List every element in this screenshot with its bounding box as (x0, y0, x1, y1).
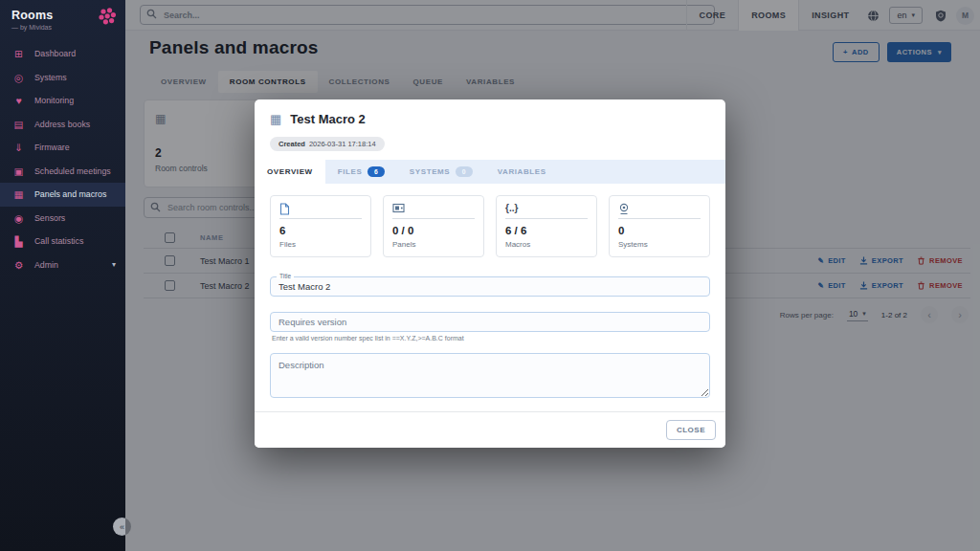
tab-label: VARIABLES (498, 167, 546, 176)
bar-chart-icon: ▙ (12, 236, 25, 247)
card-label: Macros (505, 240, 588, 249)
files-stat-card: 6 Files (270, 195, 371, 257)
dashboard-icon: ⊞ (12, 49, 25, 59)
sidebar-item-dashboard[interactable]: ⊞ Dashboard (0, 42, 125, 66)
close-button[interactable]: CLOSE (666, 420, 716, 440)
modal-tabs: OVERVIEW FILES 6 SYSTEMS 0 VARIABLES (255, 160, 725, 184)
title-field-group: Title (270, 276, 710, 297)
grid-icon: ▦ (270, 113, 281, 125)
card-value: 6 / 6 (505, 225, 588, 236)
sidebar-item-label: Sensors (34, 213, 65, 223)
modal-tab-variables[interactable]: VARIABLES (485, 160, 559, 184)
calendar-icon: ▣ (12, 166, 25, 177)
chevron-down-icon: ▾ (112, 260, 116, 269)
systems-count-badge: 0 (456, 166, 472, 177)
panels-stat-card: 0 / 0 Panels (383, 195, 484, 257)
sidebar-item-label: Panels and macros (34, 189, 106, 199)
mividas-logo-icon (97, 7, 118, 28)
modal-header: ▦ Test Macro 2 (255, 99, 725, 133)
card-label: Panels (392, 240, 475, 249)
download-monitor-icon: ⇓ (12, 143, 25, 153)
created-timestamp: 2026-03-31 17:18:14 (309, 140, 376, 148)
files-count-badge: 6 (368, 166, 384, 177)
sensor-icon: ◉ (12, 213, 25, 224)
requires-version-input[interactable] (270, 312, 710, 332)
created-label: Created (278, 140, 305, 148)
document-icon (279, 203, 362, 219)
modal-tab-overview[interactable]: OVERVIEW (255, 160, 325, 184)
sidebar-item-label: Scheduled meetings (34, 166, 111, 176)
gear-icon: ⚙ (12, 260, 25, 271)
sidebar-item-panels-and-macros[interactable]: ▦ Panels and macros (0, 183, 125, 207)
grid-icon: ▦ (12, 189, 25, 200)
modal-title: Test Macro 2 (290, 112, 366, 126)
modal-form: Title Enter a valid version number spec … (255, 259, 725, 431)
braces-icon: {..} (505, 203, 588, 219)
macros-stat-card: {..} 6 / 6 Macros (496, 195, 597, 257)
created-badge: Created 2026-03-31 17:18:14 (270, 137, 385, 151)
version-helper-text: Enter a valid version number spec list i… (272, 335, 708, 342)
tab-label: OVERVIEW (267, 167, 313, 176)
modal-stat-cards: 6 Files 0 / 0 Panels {..} 6 / 6 Macros (255, 184, 725, 259)
sidebar-item-label: Dashboard (34, 49, 76, 58)
modal-tab-systems[interactable]: SYSTEMS 0 (397, 160, 485, 184)
tab-label: SYSTEMS (410, 167, 450, 176)
sidebar-item-label: Monitoring (34, 96, 74, 105)
card-label: Systems (618, 240, 701, 249)
systems-stat-card: 0 Systems (609, 195, 710, 257)
sidebar-item-scheduled-meetings[interactable]: ▣ Scheduled meetings (0, 160, 125, 184)
sidebar-item-label: Systems (34, 73, 67, 82)
sidebar-item-sensors[interactable]: ◉ Sensors (0, 207, 125, 231)
sidebar-item-label: Firmware (34, 143, 70, 152)
sidebar-item-label: Admin (34, 260, 58, 270)
sidebar-item-call-statistics[interactable]: ▙ Call statistics (0, 230, 125, 253)
panel-icon (392, 203, 475, 219)
sidebar-item-monitoring[interactable]: ♥ Monitoring (0, 89, 125, 113)
camera-icon: ◎ (12, 73, 25, 83)
book-icon: ▤ (12, 120, 25, 130)
sidebar-item-systems[interactable]: ◎ Systems (0, 66, 125, 90)
camera-icon (618, 203, 701, 219)
sidebar-item-label: Address books (34, 120, 90, 129)
card-value: 0 / 0 (392, 225, 475, 236)
card-value: 0 (618, 225, 701, 236)
title-field-label: Title (277, 273, 294, 279)
card-value: 6 (279, 225, 362, 236)
sidebar-item-firmware[interactable]: ⇓ Firmware (0, 136, 125, 160)
description-field-group (270, 353, 710, 402)
description-textarea[interactable] (270, 353, 710, 398)
title-input[interactable] (270, 276, 710, 297)
sidebar-item-admin[interactable]: ⚙ Admin ▾ (0, 253, 125, 277)
sidebar: Rooms — by Mividas ⊞ Dashboard ◎ Systems… (0, 0, 125, 551)
version-field-group: Enter a valid version number spec list i… (270, 312, 710, 342)
sidebar-item-address-books[interactable]: ▤ Address books (0, 113, 125, 137)
modal-footer: CLOSE (255, 411, 725, 448)
card-label: Files (279, 240, 362, 249)
sidebar-item-label: Call statistics (34, 236, 83, 246)
brand-block: Rooms — by Mividas (0, 0, 125, 42)
macro-details-modal: ▦ Test Macro 2 Created 2026-03-31 17:18:… (255, 99, 725, 448)
tab-label: FILES (338, 167, 363, 176)
modal-tab-files[interactable]: FILES 6 (325, 160, 397, 184)
heart-icon: ♥ (12, 96, 25, 106)
